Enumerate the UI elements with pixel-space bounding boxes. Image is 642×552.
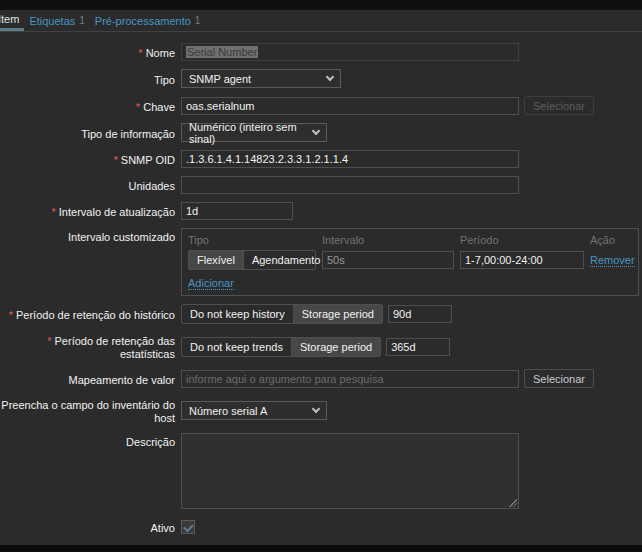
add-interval-link[interactable]: Adicionar (188, 277, 234, 290)
unidades-input[interactable] (181, 176, 519, 194)
interval-period-input[interactable] (460, 251, 584, 269)
row-snmp-oid: SNMP OID (0, 150, 642, 168)
row-tipo-informacao: Tipo de informação Numérico (inteiro sem… (0, 123, 642, 142)
row-nome: Nome Serial Number (0, 43, 642, 61)
tab-pre-processamento-badge: 1 (195, 15, 201, 26)
tab-pre-processamento[interactable]: Pré-processamento 1 (90, 10, 206, 31)
intervalo-atualizacao-label: Intervalo de atualização (0, 203, 175, 219)
nome-input: Serial Number (181, 43, 519, 61)
interval-delay-input[interactable] (322, 251, 454, 269)
col-header-acao: Ação (590, 234, 632, 246)
descricao-textarea[interactable] (181, 433, 519, 509)
tab-pre-processamento-label: Pré-processamento (95, 15, 191, 27)
history-mode-segmented: Do not keep history Storage period (181, 304, 383, 324)
snmp-oid-label: SNMP OID (0, 151, 175, 167)
trends-storage-period[interactable]: Storage period (292, 338, 380, 356)
item-tab-bar: Item Etiquetas 1 Pré-processamento 1 (0, 10, 642, 32)
interval-type-segmented: Flexível Agendamento (188, 250, 316, 270)
col-header-periodo: Período (460, 234, 584, 246)
col-header-tipo: Tipo (188, 234, 316, 246)
item-form: Nome Serial Number Tipo SNMP agent Chave… (0, 32, 642, 552)
row-intervalo-atualizacao: Intervalo de atualização (0, 202, 642, 220)
tab-etiquetas[interactable]: Etiquetas 1 (24, 10, 89, 31)
descricao-label: Descrição (0, 433, 175, 449)
tab-item-label: Item (0, 13, 19, 25)
tipo-label: Tipo (0, 71, 175, 87)
interval-type-flexivel[interactable]: Flexível (189, 251, 244, 269)
tipo-informacao-selected-value: Numérico (inteiro sem sinal) (189, 121, 303, 145)
tipo-informacao-select[interactable]: Numérico (inteiro sem sinal) (181, 123, 327, 142)
intervalo-atualizacao-input[interactable] (181, 202, 293, 220)
historico-label: Período de retenção do histórico (0, 306, 175, 322)
row-mapeamento: Mapeamento de valor Selecionar (0, 369, 642, 388)
top-black-bar (0, 0, 642, 10)
ativo-checkbox[interactable] (181, 520, 195, 534)
trends-period-input[interactable] (386, 338, 450, 356)
tab-etiquetas-label: Etiquetas (29, 15, 75, 27)
chave-label: Chave (0, 98, 175, 114)
tipo-select[interactable]: SNMP agent (181, 69, 341, 88)
row-inventario: Preencha o campo do inventário do host N… (0, 396, 642, 425)
row-historico: Período de retenção do histórico Do not … (0, 304, 642, 324)
intervalo-customizado-label: Intervalo customizado (0, 228, 175, 244)
row-chave: Chave Selecionar (0, 96, 642, 115)
unidades-label: Unidades (0, 177, 175, 193)
history-do-not-keep[interactable]: Do not keep history (182, 305, 294, 323)
tab-item[interactable]: Item (0, 10, 24, 31)
custom-interval-row: Flexível Agendamento Remover (188, 250, 632, 270)
mapeamento-input[interactable] (181, 370, 519, 388)
mapeamento-select-button[interactable]: Selecionar (524, 369, 594, 388)
tab-etiquetas-badge: 1 (79, 15, 85, 26)
chevron-down-icon (312, 405, 320, 413)
row-tipo: Tipo SNMP agent (0, 69, 642, 88)
chave-select-button: Selecionar (524, 96, 594, 115)
inventario-select[interactable]: Número serial A (181, 401, 327, 420)
nome-value: Serial Number (186, 46, 258, 58)
history-period-input[interactable] (388, 305, 452, 323)
bottom-black-bar (0, 545, 642, 552)
resize-handle-icon[interactable] (508, 498, 517, 507)
row-estatisticas: Período de retenção das estatísticas Do … (0, 332, 642, 361)
trends-do-not-keep[interactable]: Do not keep trends (182, 338, 292, 356)
row-ativo: Ativo (0, 519, 642, 535)
history-storage-period[interactable]: Storage period (294, 305, 382, 323)
tipo-selected-value: SNMP agent (189, 73, 251, 85)
chave-input[interactable] (181, 97, 519, 115)
remove-interval-link[interactable]: Remover (590, 254, 635, 267)
inventario-label: Preencha o campo do inventário do host (0, 396, 175, 425)
row-descricao: Descrição (0, 433, 642, 509)
interval-type-agendamento[interactable]: Agendamento (244, 251, 329, 269)
custom-intervals-table: Tipo Intervalo Período Ação Flexível Age… (181, 228, 639, 296)
col-header-intervalo: Intervalo (322, 234, 454, 246)
chevron-down-icon (312, 127, 320, 135)
ativo-label: Ativo (0, 519, 175, 535)
nome-label: Nome (0, 44, 175, 60)
snmp-oid-input[interactable] (181, 150, 519, 168)
chevron-down-icon (326, 73, 334, 81)
inventario-selected-value: Número serial A (189, 405, 267, 417)
tipo-informacao-label: Tipo de informação (0, 125, 175, 141)
custom-intervals-header: Tipo Intervalo Período Ação (188, 234, 632, 246)
estatisticas-label: Período de retenção das estatísticas (0, 332, 175, 361)
mapeamento-label: Mapeamento de valor (0, 371, 175, 387)
trends-mode-segmented: Do not keep trends Storage period (181, 337, 381, 357)
row-intervalo-customizado: Intervalo customizado Tipo Intervalo Per… (0, 228, 642, 296)
row-unidades: Unidades (0, 176, 642, 194)
